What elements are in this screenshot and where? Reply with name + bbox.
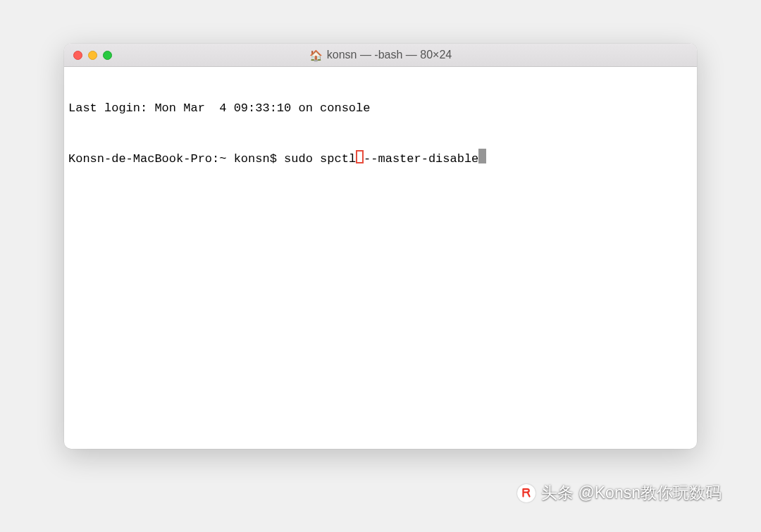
terminal-prompt-line: Konsn-de-MacBook-Pro:~ konsn$ sudo spctl… <box>68 147 693 167</box>
terminal-window: 🏠 konsn — -bash — 80×24 Last login: Mon … <box>64 44 697 449</box>
window-title-group: 🏠 konsn — -bash — 80×24 <box>64 49 697 61</box>
watermark: 头条 @Konsn教你玩数码 <box>517 482 722 504</box>
window-controls <box>64 51 112 60</box>
watermark-text: 头条 @Konsn教你玩数码 <box>541 482 722 504</box>
maximize-button[interactable] <box>103 51 112 60</box>
window-title: konsn — -bash — 80×24 <box>327 49 452 61</box>
watermark-logo-icon <box>517 484 536 502</box>
terminal-command-part1: sudo spctl <box>284 151 356 167</box>
minimize-button[interactable] <box>88 51 97 60</box>
cursor-icon <box>478 149 486 163</box>
close-button[interactable] <box>73 51 82 60</box>
terminal-prompt: Konsn-de-MacBook-Pro:~ konsn$ <box>68 151 284 167</box>
title-bar[interactable]: 🏠 konsn — -bash — 80×24 <box>64 44 697 67</box>
terminal-command-part2: --master-disable <box>364 151 478 167</box>
home-icon: 🏠 <box>309 50 323 61</box>
terminal-output-line: Last login: Mon Mar 4 09:33:10 on consol… <box>68 101 693 116</box>
highlight-box-icon <box>356 150 364 163</box>
terminal-body[interactable]: Last login: Mon Mar 4 09:33:10 on consol… <box>64 67 697 449</box>
